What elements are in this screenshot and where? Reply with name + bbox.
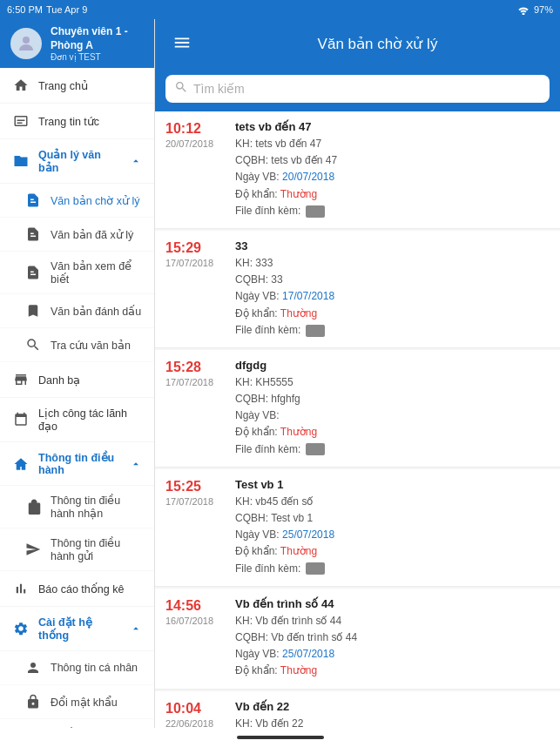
person-icon	[24, 659, 42, 676]
sidebar-header: Chuyên viên 1 - Phòng A Đơn vị TEST	[0, 19, 154, 68]
doc-in-icon	[24, 498, 42, 515]
doc-kh: KH: tets vb đến 47	[235, 136, 550, 152]
wifi-icon	[516, 4, 530, 15]
document-item[interactable]: 15:28 17/07/2018 dfgdg KH: KH5555 CQBH: …	[155, 350, 560, 468]
nav-label-quan-ly: Quản lý văn bản	[38, 148, 121, 174]
doc-time-block: 15:25 17/07/2018	[165, 478, 225, 577]
doc-ngay-vb: Ngày VB: 25/07/2018	[235, 527, 550, 543]
sidebar-item-doi-mat-khau[interactable]: Đổi mật khẩu	[0, 685, 154, 719]
search-bar	[155, 68, 560, 111]
doc-details: Vb đến trình số 44 KH: Vb đến trình số 4…	[235, 597, 550, 680]
doc-details: Vb đến 22 KH: Vb đến 22 CQBH: Vb đến 22 …	[235, 700, 550, 729]
doc-time: 15:25	[165, 478, 225, 495]
document-item[interactable]: 15:25 17/07/2018 Test vb 1 KH: vb45 đến …	[155, 469, 560, 587]
doc-do-khan: Độ khẩn: Thường	[235, 543, 550, 560]
sidebar-item-van-ban-cho-xu-ly[interactable]: Văn bản chờ xử lý	[0, 184, 154, 218]
home-indicator	[0, 728, 560, 747]
svg-point-0	[23, 37, 30, 44]
nav-label-van-ban-cho: Văn bản chờ xử lý	[51, 194, 142, 207]
nav-label-van-ban-danh-dau: Văn bản đánh dấu	[51, 305, 142, 318]
avatar	[10, 28, 42, 59]
doc-time-block: 10:04 22/06/2018	[165, 700, 225, 729]
doc-do-khan: Độ khẩn: Thường	[235, 424, 550, 441]
sidebar-section-quan-ly-van-ban[interactable]: Quản lý văn bản	[0, 139, 154, 184]
chart-icon	[12, 580, 30, 597]
document-item[interactable]: 15:29 17/07/2018 33 KH: 333 CQBH: 33 Ngà…	[155, 231, 560, 348]
document-item[interactable]: 10:12 20/07/2018 tets vb đến 47 KH: tets…	[155, 111, 560, 229]
sidebar-item-lich-cong-tac[interactable]: Lịch công tác lãnh đạo	[0, 398, 154, 442]
sidebar-item-tra-cuu-van-ban[interactable]: Tra cứu văn bản	[0, 328, 154, 362]
home-icon	[12, 77, 30, 94]
sidebar-section-thong-tin-dieu-hanh[interactable]: Thông tin điều hành	[0, 442, 154, 486]
doc-time: 15:29	[165, 239, 225, 256]
doc-title: Test vb 1	[235, 478, 550, 491]
nav-label-trang-tin-tuc: Trang tin tức	[38, 115, 142, 128]
nav-label-danh-ba: Danh bạ	[38, 374, 142, 387]
contacts-icon	[12, 371, 30, 388]
document-item[interactable]: 14:56 16/07/2018 Vb đến trình số 44 KH: …	[155, 589, 560, 690]
doc-kh: KH: vb45 đến số	[235, 494, 550, 510]
sidebar-user-info: Chuyên viên 1 - Phòng A Đơn vị TEST	[51, 25, 144, 62]
sidebar-item-thong-tin-ca-nhan[interactable]: Thông tin cá nhân	[0, 651, 154, 685]
doc-title: 33	[235, 239, 550, 252]
doc-ngay-vb: Ngày VB:	[235, 407, 550, 424]
chevron-up-icon2	[130, 458, 142, 470]
status-bar: 6:50 PM Tue Apr 9 97%	[0, 0, 560, 19]
doc-ngay-vb: Ngày VB: 25/07/2018	[235, 646, 550, 663]
document-item[interactable]: 10:04 22/06/2018 Vb đến 22 KH: Vb đến 22…	[155, 691, 560, 729]
sidebar-item-van-ban-xem-de-biet[interactable]: Văn bản xem để biết	[0, 252, 154, 294]
doc-file: File đính kèm:	[235, 203, 550, 219]
sidebar-item-thiet-lap-mac-dinh[interactable]: Thiết lập mặc định	[0, 719, 154, 728]
doc-file: File đính kèm:	[235, 441, 550, 458]
sidebar-item-dieu-hanh-nhan[interactable]: Thông tin điều hành nhận	[0, 486, 154, 528]
main-content: Văn bản chờ xử lý 10:12 20/07/2018 tets …	[155, 19, 560, 728]
doc-date: 17/07/2018	[165, 377, 225, 387]
status-day: Tue Apr 9	[46, 4, 87, 15]
sidebar-item-trang-chu[interactable]: Trang chủ	[0, 68, 154, 104]
doc-file: File đính kèm:	[235, 322, 550, 339]
nav-label-doi-mat-khau: Đổi mật khẩu	[51, 696, 142, 709]
doc-details: tets vb đến 47 KH: tets vb đến 47 CQBH: …	[235, 120, 550, 219]
lock-icon	[24, 693, 42, 710]
calendar-icon	[12, 411, 30, 428]
doc-ngay-vb: Ngày VB: 17/07/2018	[235, 288, 550, 305]
user-name: Chuyên viên 1 - Phòng A	[51, 25, 144, 52]
doc-date: 17/07/2018	[165, 496, 225, 507]
menu-button[interactable]	[169, 30, 195, 58]
doc-date: 22/06/2018	[165, 718, 225, 728]
status-time: 6:50 PM	[7, 4, 43, 15]
doc-out-icon	[24, 541, 42, 558]
doc-do-khan: Độ khẩn: Thường	[235, 306, 550, 322]
sidebar-item-dieu-hanh-gui[interactable]: Thông tin điều hành gửi	[0, 528, 154, 571]
search-input-wrap	[165, 75, 550, 103]
doc-done-icon	[24, 225, 42, 243]
sidebar-item-trang-tin-tuc[interactable]: Trang tin tức	[0, 104, 154, 139]
doc-pending-icon	[24, 192, 42, 209]
nav-label-trang-chu: Trang chủ	[38, 79, 142, 92]
doc-details: Test vb 1 KH: vb45 đến số CQBH: Test vb …	[235, 478, 550, 577]
doc-kh: KH: Vb đến 22	[235, 716, 550, 729]
doc-cqbh: CQBH: tets vb đến 47	[235, 152, 550, 169]
chevron-up-icon3	[130, 622, 142, 635]
doc-time-block: 10:12 20/07/2018	[165, 120, 225, 219]
battery-text: 97%	[534, 4, 553, 15]
newspaper-icon	[12, 112, 30, 130]
topbar: Văn bản chờ xử lý	[155, 19, 560, 68]
doc-cqbh: CQBH: Vb đến trình số 44	[235, 629, 550, 646]
doc-cqbh: CQBH: 33	[235, 272, 550, 288]
doc-details: 33 KH: 333 CQBH: 33 Ngày VB: 17/07/2018 …	[235, 239, 550, 339]
search-input[interactable]	[193, 82, 541, 96]
sidebar-item-van-ban-danh-dau[interactable]: Văn bản đánh dấu	[0, 294, 154, 328]
sidebar-item-bao-cao[interactable]: Báo cáo thống kê	[0, 571, 154, 607]
doc-do-khan: Độ khẩn: Thường	[235, 663, 550, 679]
chevron-up-icon	[130, 155, 142, 167]
sidebar-item-danh-ba[interactable]: Danh bạ	[0, 362, 154, 398]
doc-time-block: 15:29 17/07/2018	[165, 239, 225, 339]
sidebar-section-cai-dat[interactable]: Cài đặt hệ thống	[0, 607, 154, 651]
doc-view-icon	[24, 264, 42, 281]
settings-icon	[12, 620, 30, 637]
nav-label-bao-cao: Báo cáo thống kê	[38, 582, 142, 596]
topbar-title: Văn bản chờ xử lý	[209, 35, 546, 53]
sidebar-item-van-ban-da-xu-ly[interactable]: Văn bản đã xử lý	[0, 218, 154, 252]
status-indicators: 97%	[516, 4, 553, 15]
